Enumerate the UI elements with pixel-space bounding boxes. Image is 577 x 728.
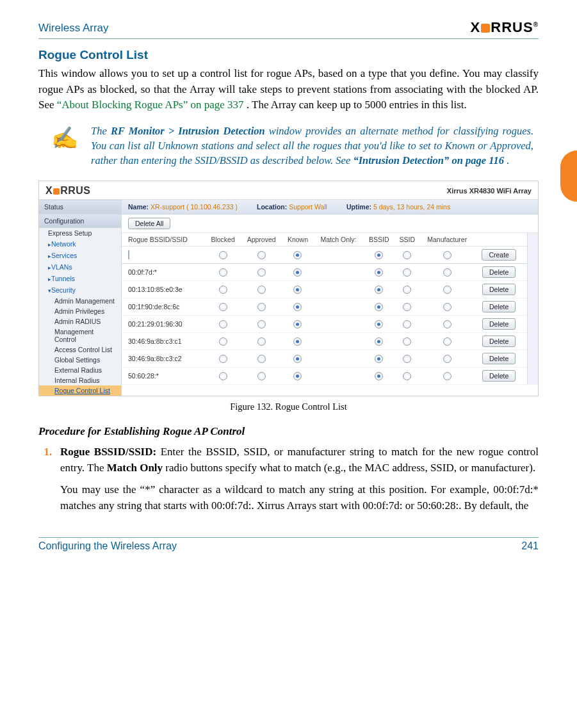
nav-internal-radius[interactable]: Internal Radius: [39, 375, 121, 385]
radio-match-bssid[interactable]: [375, 303, 383, 311]
radio-match-ssid[interactable]: [403, 355, 411, 363]
radio-blocked[interactable]: [219, 303, 227, 311]
nav-status[interactable]: Status: [39, 200, 121, 214]
nav-admin-management[interactable]: Admin Management: [39, 296, 121, 306]
step1-p1b: radio buttons specify what to match (e.g…: [165, 462, 535, 474]
xref-about-blocking[interactable]: “About Blocking Rogue APs” on page 337: [57, 99, 244, 111]
nav-rogue-control-list[interactable]: Rogue Control List: [39, 385, 121, 396]
col-match-only: Match Only:: [313, 233, 363, 247]
radio-match-bssid[interactable]: [375, 355, 383, 363]
radio-match-bssid[interactable]: [375, 268, 383, 277]
nav-tunnels[interactable]: Tunnels: [39, 273, 121, 284]
radio-blocked[interactable]: [219, 251, 227, 259]
col-match-bssid: BSSID: [364, 233, 394, 247]
note-xref[interactable]: “Intrusion Detection” on page 116: [353, 154, 504, 166]
radio-blocked[interactable]: [219, 372, 227, 380]
nav-configuration[interactable]: Configuration: [39, 214, 121, 228]
col-action: [475, 233, 528, 247]
radio-blocked[interactable]: [219, 286, 227, 294]
table-row: 00:13:10:85:e0:3eDelete: [122, 281, 527, 298]
brand-logo: XRRUS®: [471, 19, 539, 36]
nav-admin-radius[interactable]: Admin RADIUS: [39, 316, 121, 327]
radio-approved[interactable]: [257, 303, 266, 311]
nav-vlans[interactable]: VLANs: [39, 261, 121, 273]
radio-match-ssid[interactable]: [403, 251, 411, 259]
radio-known[interactable]: [293, 251, 302, 259]
create-row: Create: [122, 247, 527, 264]
delete-button[interactable]: Delete: [482, 301, 516, 312]
radio-known[interactable]: [293, 286, 302, 294]
radio-known[interactable]: [293, 320, 302, 328]
radio-match-bssid[interactable]: [375, 372, 383, 380]
delete-button[interactable]: Delete: [482, 370, 516, 382]
table-scrollbar[interactable]: [527, 233, 538, 385]
nav-access-control-list[interactable]: Access Control List: [39, 344, 121, 355]
note-hand-icon: ✍: [51, 124, 78, 168]
nav-security[interactable]: Security: [39, 284, 121, 296]
cell-bssid: 50:60:28:*: [122, 368, 205, 385]
radio-known[interactable]: [293, 268, 302, 277]
table-row: 00:0f:7d:*Delete: [122, 264, 527, 281]
radio-approved[interactable]: [257, 372, 266, 380]
radio-match-ssid[interactable]: [403, 268, 411, 277]
radio-match-manufacturer[interactable]: [443, 286, 451, 294]
col-approved: Approved: [241, 233, 282, 247]
radio-blocked[interactable]: [219, 337, 227, 346]
radio-match-manufacturer[interactable]: [443, 268, 451, 277]
radio-match-bssid[interactable]: [375, 337, 383, 346]
radio-match-manufacturer[interactable]: [443, 355, 451, 363]
radio-match-bssid[interactable]: [375, 251, 383, 259]
radio-match-ssid[interactable]: [403, 303, 411, 311]
ui-sidebar: Status Configuration Express Setup Netwo…: [39, 200, 122, 396]
radio-known[interactable]: [293, 372, 302, 380]
radio-match-ssid[interactable]: [403, 372, 411, 380]
radio-known[interactable]: [293, 303, 302, 311]
delete-button[interactable]: Delete: [482, 284, 516, 295]
radio-match-manufacturer[interactable]: [443, 337, 451, 346]
col-known: Known: [282, 233, 313, 247]
nav-external-radius[interactable]: External Radius: [39, 365, 121, 375]
radio-blocked[interactable]: [219, 355, 227, 363]
info-loc-label: Location:: [257, 203, 287, 211]
radio-match-ssid[interactable]: [403, 337, 411, 346]
ui-info-bar: Name: XR-support ( 10.100.46.233 ) Locat…: [122, 200, 538, 214]
radio-match-bssid[interactable]: [375, 320, 383, 328]
radio-match-manufacturer[interactable]: [443, 251, 451, 259]
radio-match-manufacturer[interactable]: [443, 320, 451, 328]
radio-approved[interactable]: [257, 320, 266, 328]
radio-known[interactable]: [293, 355, 302, 363]
delete-button[interactable]: Delete: [482, 266, 516, 278]
radio-match-bssid[interactable]: [375, 286, 383, 294]
nav-management-control[interactable]: Management Control: [39, 327, 121, 344]
delete-button[interactable]: Delete: [482, 336, 516, 347]
step1-match-only: Match Only: [107, 462, 163, 474]
radio-match-ssid[interactable]: [403, 286, 411, 294]
note-pre: The: [91, 125, 111, 137]
info-name-value: XR-support ( 10.100.46.233 ): [150, 203, 238, 211]
radio-known[interactable]: [293, 337, 302, 346]
table-row: 00:21:29:01:96:30Delete: [122, 316, 527, 333]
radio-match-manufacturer[interactable]: [443, 303, 451, 311]
delete-button[interactable]: Delete: [482, 353, 516, 364]
radio-approved[interactable]: [257, 355, 266, 363]
nav-admin-privileges[interactable]: Admin Privileges: [39, 306, 121, 316]
ui-logo: XRRUS: [45, 185, 91, 197]
radio-approved[interactable]: [257, 251, 266, 259]
delete-all-button[interactable]: Delete All: [128, 218, 170, 229]
radio-blocked[interactable]: [219, 268, 227, 277]
section-heading: Rogue Control List: [38, 48, 539, 62]
radio-approved[interactable]: [257, 268, 266, 277]
radio-blocked[interactable]: [219, 320, 227, 328]
radio-approved[interactable]: [257, 286, 266, 294]
radio-match-manufacturer[interactable]: [443, 372, 451, 380]
radio-match-ssid[interactable]: [403, 320, 411, 328]
delete-button[interactable]: Delete: [482, 318, 516, 330]
radio-approved[interactable]: [257, 337, 266, 346]
bssid-input[interactable]: [128, 250, 129, 259]
create-button[interactable]: Create: [482, 249, 516, 261]
nav-network[interactable]: Network: [39, 238, 121, 250]
nav-global-settings[interactable]: Global Settings: [39, 355, 121, 365]
nav-express-setup[interactable]: Express Setup: [39, 228, 121, 238]
nav-services[interactable]: Services: [39, 250, 121, 261]
col-blocked: Blocked: [205, 233, 240, 247]
